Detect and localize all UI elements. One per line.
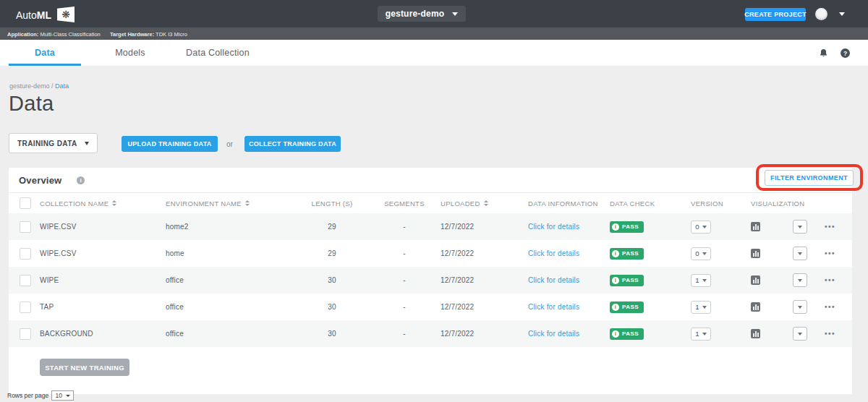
version-select[interactable]: 1	[691, 301, 711, 314]
click-for-details-link[interactable]: Click for details	[528, 330, 579, 338]
uploaded-cell: 12/7/2022	[441, 223, 528, 231]
row-checkbox[interactable]	[20, 328, 31, 340]
column-header-label: COLLECTION NAME	[40, 200, 109, 208]
environment-name-cell: office	[166, 303, 296, 311]
hardware-label: Target Hardware:	[110, 31, 154, 38]
expand-visualization-button[interactable]	[793, 327, 807, 341]
click-for-details-link[interactable]: Click for details	[528, 223, 579, 231]
version-select[interactable]: 0	[691, 247, 711, 260]
chart-icon[interactable]	[751, 249, 760, 258]
row-checkbox[interactable]	[20, 302, 31, 313]
info-icon: i	[612, 223, 619, 231]
upload-training-data-button[interactable]: UPLOAD TRAINING DATA	[122, 136, 218, 152]
row-menu-button[interactable]: •••	[825, 303, 835, 311]
row-menu-button[interactable]: •••	[825, 276, 835, 284]
chart-icon[interactable]	[751, 329, 760, 338]
tab-data[interactable]: Data	[9, 40, 81, 66]
column-header-label: DATA INFORMATION	[528, 200, 598, 208]
expand-visualization-button[interactable]	[793, 220, 807, 234]
breadcrumb-separator: /	[50, 82, 56, 90]
sort-icon[interactable]	[112, 200, 116, 206]
expand-visualization-button[interactable]	[793, 300, 807, 314]
expand-visualization-button[interactable]	[793, 247, 807, 260]
chevron-down-icon	[452, 12, 458, 16]
column-header: ENVIRONMENT NAME	[166, 200, 296, 208]
length-cell: 29	[296, 223, 368, 231]
collect-training-data-button[interactable]: COLLECT TRAINING DATA	[244, 136, 341, 152]
chevron-down-icon	[702, 333, 707, 335]
breadcrumb-project[interactable]: gesture-demo	[9, 82, 50, 90]
sort-icon[interactable]	[245, 200, 250, 206]
help-icon[interactable]: ?	[841, 48, 850, 58]
application-label: Application:	[7, 31, 38, 38]
table-body: WIPE.CSV home2 29 - 12/7/2022 Click for …	[9, 213, 852, 347]
create-project-button[interactable]: CREATE PROJECT	[745, 8, 806, 21]
sort-icon[interactable]	[484, 200, 488, 206]
column-header: VISUALIZATION	[751, 200, 852, 208]
project-selector[interactable]: gesture-demo	[378, 6, 466, 22]
row-checkbox[interactable]	[20, 248, 31, 260]
click-for-details-link[interactable]: Click for details	[528, 249, 579, 257]
visualization-cell: •••	[751, 327, 852, 341]
chart-icon[interactable]	[751, 302, 760, 312]
tab-data-collection[interactable]: Data Collection	[179, 40, 256, 66]
table-row: BACKGROUND office 30 - 12/7/2022 Click f…	[9, 320, 852, 347]
page-title: Data	[9, 92, 54, 116]
rows-per-page-label: Rows per page	[7, 392, 48, 399]
column-header-label: UPLOADED	[441, 200, 480, 208]
row-menu-button[interactable]: •••	[825, 249, 835, 257]
visualization-cell: •••	[751, 273, 852, 287]
chevron-down-icon	[702, 226, 707, 228]
collection-name-cell: WIPE	[40, 276, 166, 284]
length-cell: 29	[296, 249, 368, 257]
version-select[interactable]: 0	[691, 221, 711, 234]
main-nav: Data Models Data Collection ?	[0, 40, 868, 66]
version-select[interactable]: 1	[691, 274, 711, 287]
rows-per-page-select[interactable]: 10	[51, 390, 74, 401]
column-header: SEGMENTS	[368, 200, 441, 208]
user-menu-caret-icon[interactable]	[839, 12, 845, 16]
column-header: VERSION	[691, 200, 751, 208]
chart-icon[interactable]	[751, 275, 760, 285]
data-check-badge[interactable]: iPASS	[610, 221, 644, 233]
row-menu-button[interactable]: •••	[825, 223, 835, 231]
column-header-label: ENVIRONMENT NAME	[166, 200, 242, 208]
filter-environment-button[interactable]: FILTER ENVIRONMENT	[765, 170, 854, 186]
select-all-checkbox[interactable]	[20, 197, 31, 209]
segments-cell: -	[368, 223, 441, 231]
expand-visualization-button[interactable]	[793, 273, 807, 287]
column-header-label: VISUALIZATION	[751, 200, 804, 208]
chart-icon[interactable]	[751, 222, 760, 231]
start-new-training-button[interactable]: START NEW TRAINING	[40, 359, 129, 376]
chevron-down-icon	[702, 306, 707, 309]
version-select[interactable]: 1	[691, 328, 711, 341]
visualization-cell: •••	[751, 220, 852, 234]
data-check-badge[interactable]: iPASS	[610, 328, 644, 340]
bell-icon[interactable]	[819, 48, 828, 58]
or-text: or	[226, 140, 233, 148]
row-checkbox[interactable]	[20, 221, 31, 233]
column-header-label: LENGTH (S)	[312, 200, 353, 208]
snowflake-logo-icon: ❋	[57, 7, 75, 22]
click-for-details-link[interactable]: Click for details	[528, 303, 579, 311]
avatar[interactable]	[815, 8, 827, 20]
data-check-badge[interactable]: iPASS	[610, 275, 644, 286]
rows-per-page-value: 10	[55, 392, 61, 399]
uploaded-cell: 12/7/2022	[441, 276, 528, 284]
length-cell: 30	[296, 303, 368, 311]
column-header-label: VERSION	[691, 200, 723, 208]
collection-name-cell: TAP	[40, 303, 166, 311]
click-for-details-link[interactable]: Click for details	[528, 276, 579, 284]
tab-models[interactable]: Models	[101, 40, 159, 66]
column-header: LENGTH (S)	[296, 200, 368, 208]
segments-cell: -	[368, 276, 441, 284]
info-icon[interactable]: i	[77, 176, 85, 184]
data-check-badge[interactable]: iPASS	[610, 302, 644, 313]
environment-name-cell: home2	[166, 223, 296, 231]
row-checkbox[interactable]	[20, 275, 31, 286]
row-menu-button[interactable]: •••	[825, 330, 835, 338]
data-check-badge[interactable]: iPASS	[610, 248, 644, 260]
training-data-selector[interactable]: TRAINING DATA	[9, 133, 98, 153]
table-header: COLLECTION NAMEENVIRONMENT NAMELENGTH (S…	[9, 193, 852, 213]
visualization-cell: •••	[751, 247, 852, 260]
